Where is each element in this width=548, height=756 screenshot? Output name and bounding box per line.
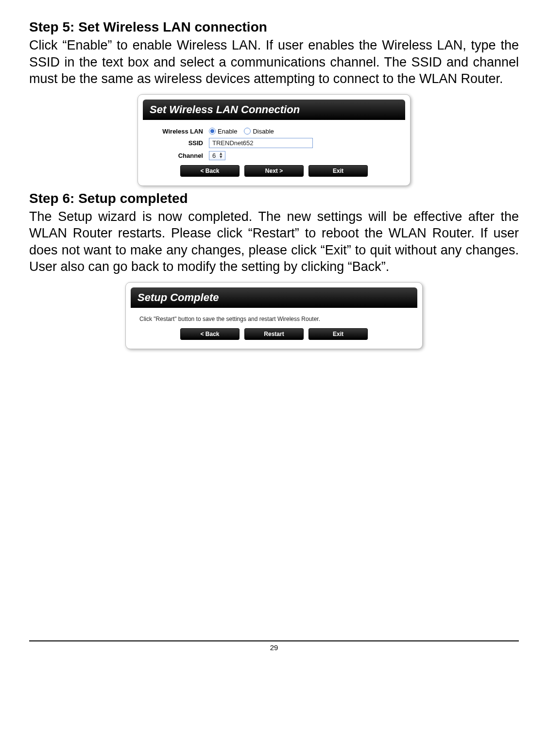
back-button-2[interactable]: < Back [180, 328, 240, 340]
enable-radio[interactable] [209, 128, 216, 134]
page-footer: 29 [29, 640, 519, 652]
next-button[interactable]: Next > [244, 165, 304, 177]
channel-select[interactable]: 6 ▲▼ [209, 151, 225, 160]
step5-heading: Step 5: Set Wireless LAN connection [29, 19, 519, 35]
complete-button-row: < Back Restart Exit [137, 328, 411, 340]
back-button[interactable]: < Back [180, 165, 240, 177]
wlan-label: Wireless LAN [150, 128, 209, 135]
exit-button[interactable]: Exit [308, 165, 368, 177]
step6-heading: Step 6: Setup completed [29, 191, 519, 206]
wlan-panel: Set Wireless LAN Connection Wireless LAN… [137, 94, 411, 186]
channel-value: 6 [212, 152, 216, 159]
select-arrows-icon: ▲▼ [219, 152, 223, 159]
restart-button[interactable]: Restart [244, 328, 304, 340]
ssid-row: SSID [150, 138, 398, 148]
disable-radio[interactable] [244, 128, 251, 134]
channel-row: Channel 6 ▲▼ [150, 151, 398, 160]
ssid-label: SSID [150, 139, 209, 147]
complete-panel-title: Setup Complete [131, 287, 417, 308]
page-number: 29 [270, 643, 278, 652]
complete-hint: Click "Restart" button to save the setti… [137, 313, 411, 323]
wlan-button-row: < Back Next > Exit [150, 165, 398, 177]
complete-panel-body: Click "Restart" button to save the setti… [131, 308, 417, 344]
wlan-panel-body: Wireless LAN Enable Disable SSID Channel… [143, 120, 405, 181]
enable-radio-label[interactable]: Enable [218, 128, 237, 135]
wlan-panel-title: Set Wireless LAN Connection [143, 100, 405, 120]
wlan-row: Wireless LAN Enable Disable [150, 128, 398, 135]
disable-radio-label[interactable]: Disable [253, 128, 274, 135]
step5-body: Click “Enable” to enable Wireless LAN. I… [29, 37, 519, 87]
channel-label: Channel [150, 152, 209, 159]
complete-panel: Setup Complete Click "Restart" button to… [125, 282, 423, 349]
step6-body: The Setup wizard is now completed. The n… [29, 208, 519, 275]
ssid-input[interactable] [209, 138, 313, 148]
exit-button-2[interactable]: Exit [308, 328, 368, 340]
